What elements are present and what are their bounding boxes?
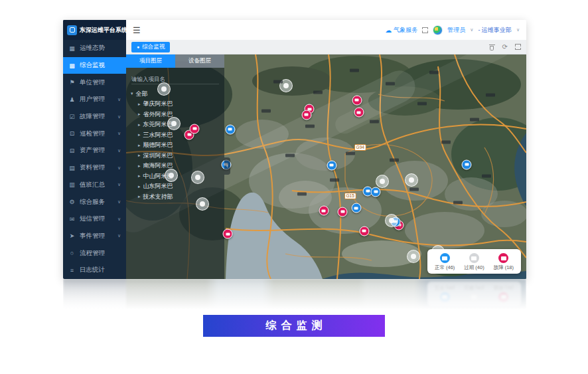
sidebar-item-ops-status[interactable]: ▦运维态势 [63, 40, 126, 57]
map-marker-red[interactable] [319, 206, 329, 216]
map-marker-red[interactable] [352, 95, 362, 105]
map-place-label [346, 151, 355, 155]
tab-device-layer[interactable]: 设备图层 [175, 54, 224, 68]
avatar[interactable] [433, 25, 443, 35]
map-marker-blue[interactable] [462, 159, 472, 169]
tree-node-all[interactable]: ▾全部 [131, 88, 220, 99]
sidebar-item-events[interactable]: ➤事件管理∨ [63, 228, 126, 245]
tab-bar: ●综合监视 ⟳ [126, 40, 526, 54]
chevron-down-icon: ∨ [117, 217, 121, 222]
map-place-label [441, 140, 451, 143]
expired-status-icon [469, 253, 479, 263]
map-container[interactable]: G94 G15 项目图层 设备图层 ▾全部 ▸肇庆阿米巴 ▸省外阿米巴 [126, 54, 526, 279]
caret-right-icon: ▸ [138, 102, 141, 107]
monitor-icon: ⊡ [68, 130, 76, 137]
tab-monitoring[interactable]: ●综合监视 [131, 42, 170, 52]
caret-right-icon: ▸ [138, 143, 141, 148]
menu-collapse-icon[interactable]: ☰ [133, 26, 141, 35]
department-menu[interactable]: - 运维事业部 [478, 26, 512, 35]
panel-collapse-handle[interactable]: ‹ [224, 157, 230, 175]
window-reflection: 正常(46) 过期(40) 故障(18) [63, 279, 526, 314]
caret-right-icon: ▸ [138, 112, 141, 117]
map-marker-gray[interactable] [385, 214, 398, 227]
app-logo: 东深运维平台系统 [63, 20, 126, 40]
expand-icon[interactable] [515, 44, 521, 50]
caret-right-icon: ▸ [138, 122, 141, 128]
sidebar-item-users[interactable]: ♟用户管理∨ [63, 91, 126, 108]
clipboard-check-icon: ☑ [68, 114, 76, 120]
user-menu[interactable]: 管理员 [447, 26, 465, 35]
map-marker-blue[interactable] [371, 187, 381, 197]
map-place-label [409, 187, 419, 191]
layer-panel: 项目图层 设备图层 ▾全部 ▸肇庆阿米巴 ▸省外阿米巴 ▸东莞阿米巴 ▸三水阿米… [126, 54, 224, 279]
tree-node[interactable]: ▸肇庆阿米巴 [131, 99, 220, 110]
sidebar-item-sms[interactable]: ✉短信管理∨ [63, 211, 126, 228]
sidebar-item-units[interactable]: ⚑单位管理 [63, 74, 126, 91]
caret-right-icon: ▸ [138, 132, 141, 138]
sidebar: 东深运维平台系统 ▦运维态势 ▩综合监视 ⚑单位管理 ♟用户管理∨ ☑故障管理∨… [63, 20, 126, 279]
weather-service-link[interactable]: ☁气象服务 [385, 26, 417, 35]
caret-right-icon: ▸ [138, 163, 141, 169]
legend-item-normal[interactable]: 正常(46) [435, 253, 455, 271]
map-marker-red[interactable] [359, 226, 369, 236]
tree-node[interactable]: ▸中山阿米巴 [131, 171, 220, 182]
flag-icon: ⚑ [68, 79, 76, 86]
map-marker-blue[interactable] [225, 124, 235, 134]
sidebar-item-duty-summary[interactable]: ▥值班汇总∨ [63, 177, 126, 194]
tab-project-layer[interactable]: 项目图层 [126, 54, 175, 68]
sidebar-item-inspection[interactable]: ⊡巡检管理∨ [63, 125, 126, 142]
sidebar-item-assets[interactable]: ⊟资产管理∨ [63, 142, 126, 159]
map-marker-red[interactable] [338, 207, 348, 217]
normal-status-icon [440, 253, 450, 263]
map-marker-gray[interactable] [407, 250, 420, 263]
map-place-label [386, 82, 395, 85]
map-marker-gray[interactable] [405, 173, 418, 187]
chevron-down-icon: ∨ [117, 114, 121, 120]
map-marker-red[interactable] [354, 108, 364, 118]
sidebar-item-documents[interactable]: ▤资料管理∨ [63, 159, 126, 177]
refresh-icon[interactable]: ⟳ [502, 44, 508, 50]
sidebar-item-monitoring[interactable]: ▩综合监视 [63, 57, 126, 74]
tree-node[interactable]: ▸技术支持部 [131, 192, 220, 203]
map-place-label [370, 120, 379, 124]
chevron-down-icon: ∨ [117, 182, 121, 187]
map-place-label [273, 80, 283, 83]
caret-down-icon: ▾ [131, 91, 133, 96]
sidebar-item-workflow[interactable]: ○流程管理 [63, 244, 126, 262]
map-marker-red[interactable] [301, 110, 311, 120]
trash-icon[interactable] [489, 44, 495, 50]
caret-right-icon: ▸ [138, 173, 141, 179]
tree-node[interactable]: ▸顺德阿米巴 [131, 140, 220, 151]
map-place-label [417, 102, 427, 106]
grid-icon: ▦ [68, 45, 76, 52]
chevron-down-icon: ∨ [117, 199, 121, 205]
tree-node[interactable]: ▸三水阿米巴 [131, 130, 220, 141]
chevron-down-icon: ∨ [117, 97, 121, 102]
caret-right-icon: ▸ [138, 153, 141, 158]
sidebar-item-faults[interactable]: ☑故障管理∨ [63, 108, 126, 126]
tree-node[interactable]: ▸深圳阿米巴 [131, 151, 220, 161]
chevron-down-icon: ∨ [117, 131, 121, 136]
map-marker-blue[interactable] [327, 160, 336, 170]
send-icon: ➤ [68, 233, 76, 239]
chevron-down-icon: ∨ [117, 148, 121, 153]
legend-item-expired[interactable]: 过期(40) [464, 253, 484, 271]
map-place-label [470, 118, 479, 122]
map-place-label [482, 174, 491, 177]
sidebar-item-services[interactable]: ⚙综合服务∨ [63, 193, 126, 211]
app-title: 东深运维平台系统 [80, 26, 127, 35]
legend-item-fault[interactable]: 故障(18) [494, 253, 514, 271]
caret-right-icon: ▸ [138, 184, 141, 189]
map-place-label [305, 125, 315, 128]
tree-node[interactable]: ▸南海阿米巴 [131, 161, 220, 171]
tree-node[interactable]: ▸东莞阿米巴 [131, 120, 220, 130]
status-legend: 正常(46) 过期(40) 故障(18) [427, 249, 521, 274]
tree-node[interactable]: ▸省外阿米巴 [131, 110, 220, 120]
sidebar-item-logs[interactable]: ≡日志统计 [63, 262, 126, 279]
map-marker-blue[interactable] [351, 203, 361, 213]
map-marker-gray[interactable] [376, 175, 389, 188]
fullscreen-icon[interactable] [422, 27, 428, 33]
map-place-label [297, 192, 307, 195]
tree-node[interactable]: ▸山东阿米巴 [131, 181, 220, 192]
project-search-input[interactable] [131, 74, 219, 84]
